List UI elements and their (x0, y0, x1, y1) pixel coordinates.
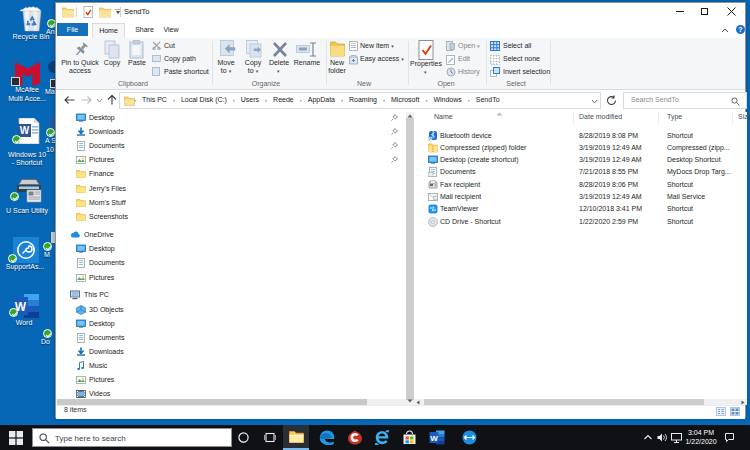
svg-text:W: W (20, 125, 30, 136)
svg-text:W: W (430, 434, 438, 443)
